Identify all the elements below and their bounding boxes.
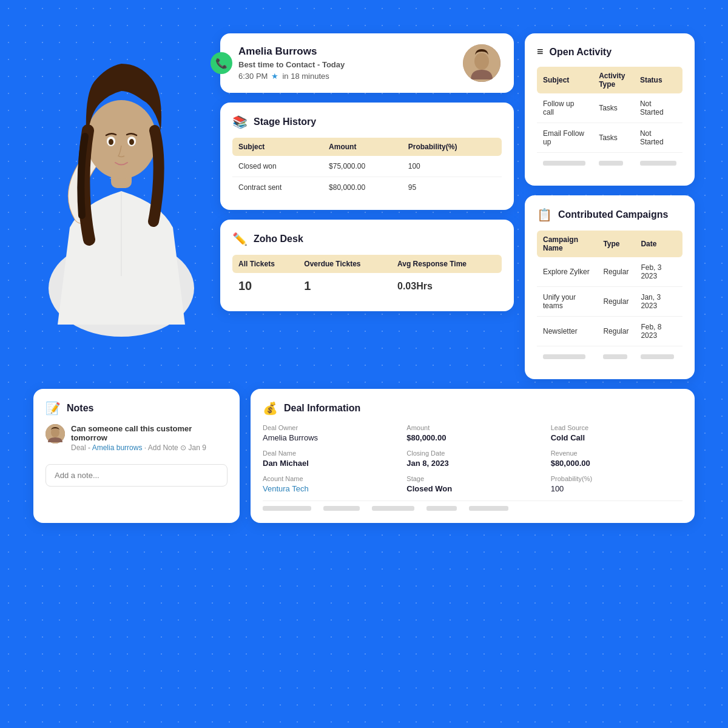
note-meta: Deal - Amelia burrows · Add Note ⊙ Jan 9 — [71, 443, 228, 452]
open-activity-icon: ≡ — [537, 46, 544, 58]
deal-value-owner: Amelia Burrows — [263, 433, 394, 442]
contact-best-time: Best time to Contact - Today — [238, 60, 345, 69]
open-activity-title: Open Activity — [550, 47, 612, 58]
deal-field-owner: Deal Owner Amelia Burrows — [263, 424, 394, 442]
note-entry: Can someone call this customer tomorrow … — [46, 424, 228, 452]
camp-row3-date: Feb, 8 2023 — [635, 317, 682, 346]
person-area — [33, 33, 209, 379]
stage-history-header: 📚 Stage History — [232, 115, 502, 129]
avatar — [463, 44, 500, 82]
deal-value-amount: $80,000.00 — [406, 433, 538, 442]
campaigns-header: 📋 Contributed Campaigns — [537, 207, 682, 222]
oa-col-type: Activity Type — [593, 67, 634, 93]
table-row: Unify your teams Regular Jan, 3 2023 — [537, 287, 682, 317]
svg-point-3 — [86, 100, 157, 179]
deal-skeleton-row — [263, 500, 682, 511]
deal-label-closing: Closing Date — [406, 450, 538, 457]
deal-label-owner: Deal Owner — [263, 424, 394, 431]
deal-field-account: Acount Name Ventura Tech — [263, 475, 394, 493]
deal-label-name: Deal Name — [263, 450, 394, 457]
note-text: Can someone call this customer tomorrow — [71, 424, 228, 442]
deal-info-header: 💰 Deal Information — [263, 401, 682, 416]
table-row — [537, 153, 682, 174]
zoho-desk-icon: ✏️ — [232, 232, 248, 246]
camp-col-type: Type — [597, 231, 635, 257]
oa-col-status: Status — [634, 67, 682, 93]
deal-info-title: Deal Information — [284, 403, 360, 414]
deal-label-stage: Stage — [406, 475, 538, 482]
oa-row1-type: Tasks — [593, 93, 634, 123]
bottom-row: 📝 Notes Can someone call this customer t… — [33, 389, 695, 523]
svg-point-11 — [51, 428, 59, 437]
deal-label-probability: Probability(%) — [551, 475, 682, 482]
sh-row2-prob: 95 — [402, 177, 502, 198]
notes-header: 📝 Notes — [46, 401, 228, 416]
svg-point-9 — [474, 53, 489, 70]
oa-row2-subject: Email Follow up — [537, 123, 593, 153]
deal-field-revenue: Revenue $80,000.00 — [551, 450, 682, 468]
open-activity-tbody: Follow up call Tasks Not Started Email F… — [537, 93, 682, 174]
contact-info: Amelia Burrows Best time to Contact - To… — [238, 46, 345, 81]
zoho-desk-table: All Tickets Overdue Ticktes Avg Response… — [232, 255, 502, 299]
deal-info-grid: Deal Owner Amelia Burrows Amount $80,000… — [263, 424, 682, 493]
deal-info-card: 💰 Deal Information Deal Owner Amelia Bur… — [251, 389, 695, 523]
svg-point-6 — [109, 139, 113, 145]
sh-row1-amount: $75,000.00 — [323, 156, 402, 177]
deal-label-account: Acount Name — [263, 475, 394, 482]
zd-val-all: 10 — [232, 273, 298, 299]
sh-row1-prob: 100 — [402, 156, 502, 177]
table-row: Follow up call Tasks Not Started — [537, 93, 682, 123]
oa-row1-subject: Follow up call — [537, 93, 593, 123]
camp-row2-type: Regular — [597, 287, 635, 317]
note-meta-date: Jan 9 — [188, 443, 206, 452]
note-meta-link[interactable]: Amelia burrows — [92, 443, 143, 452]
phone-icon-circle: 📞 — [211, 52, 232, 74]
deal-field-stage: Stage Closed Won — [406, 475, 538, 493]
sh-row2-subject: Contract sent — [232, 177, 323, 198]
right-cards: ≡ Open Activity Subject Activity Type St… — [525, 33, 695, 379]
deal-label-revenue: Revenue — [551, 450, 682, 457]
zd-val-avg: 0.03Hrs — [391, 273, 502, 299]
zd-col-overdue: Overdue Ticktes — [298, 255, 391, 273]
open-activity-table: Subject Activity Type Status Follow up c… — [537, 67, 682, 174]
camp-row1-type: Regular — [597, 257, 635, 287]
stage-history-icon: 📚 — [232, 115, 248, 129]
note-input[interactable] — [46, 464, 228, 487]
camp-row3-name: Newsletter — [537, 317, 597, 346]
deal-info-icon: 💰 — [263, 401, 278, 416]
open-activity-card: ≡ Open Activity Subject Activity Type St… — [525, 33, 695, 186]
table-row: 10 1 0.03Hrs — [232, 273, 502, 299]
note-meta-dot: ⊙ — [180, 443, 188, 452]
oa-row2-type: Tasks — [593, 123, 634, 153]
campaigns-table: Campaign Name Type Date Explore Zylker R… — [537, 231, 682, 367]
camp-col-name: Campaign Name — [537, 231, 597, 257]
contact-time: 6:30 PM — [238, 72, 268, 81]
avatar-svg — [463, 44, 500, 82]
open-activity-header: ≡ Open Activity — [537, 46, 682, 58]
table-row: Newsletter Regular Feb, 8 2023 — [537, 317, 682, 346]
contact-time-row: 6:30 PM ★ in 18 minutes — [238, 72, 345, 81]
deal-field-lead-source: Lead Source Cold Call — [551, 424, 682, 442]
camp-row1-date: Feb, 3 2023 — [635, 257, 682, 287]
oa-row2-status: Not Started — [634, 123, 682, 153]
deal-label-amount: Amount — [406, 424, 538, 431]
row-1: 📞 Amelia Burrows Best time to Contact - … — [33, 33, 695, 379]
open-activity-thead: Subject Activity Type Status — [537, 67, 682, 93]
notes-icon: 📝 — [46, 401, 61, 416]
sh-row1-subject: Closed won — [232, 156, 323, 177]
deal-field-closing: Closing Date Jan 8, 2023 — [406, 450, 538, 468]
campaigns-icon: 📋 — [537, 207, 552, 222]
zoho-desk-tbody: 10 1 0.03Hrs — [232, 273, 502, 299]
note-meta-action: Add Note — [148, 443, 178, 452]
note-avatar-svg — [46, 424, 65, 443]
zd-val-overdue: 1 — [298, 273, 391, 299]
deal-value-account[interactable]: Ventura Tech — [263, 484, 394, 493]
campaigns-title: Contributed Campaigns — [558, 209, 668, 220]
note-content: Can someone call this customer tomorrow … — [71, 424, 228, 452]
note-avatar — [46, 424, 65, 443]
sh-col-prob: Probability(%) — [402, 138, 502, 156]
deal-label-lead-source: Lead Source — [551, 424, 682, 431]
page-wrapper: 📞 Amelia Burrows Best time to Contact - … — [0, 0, 728, 728]
stage-history-thead: Subject Amount Probability(%) — [232, 138, 502, 156]
svg-point-7 — [129, 139, 134, 145]
